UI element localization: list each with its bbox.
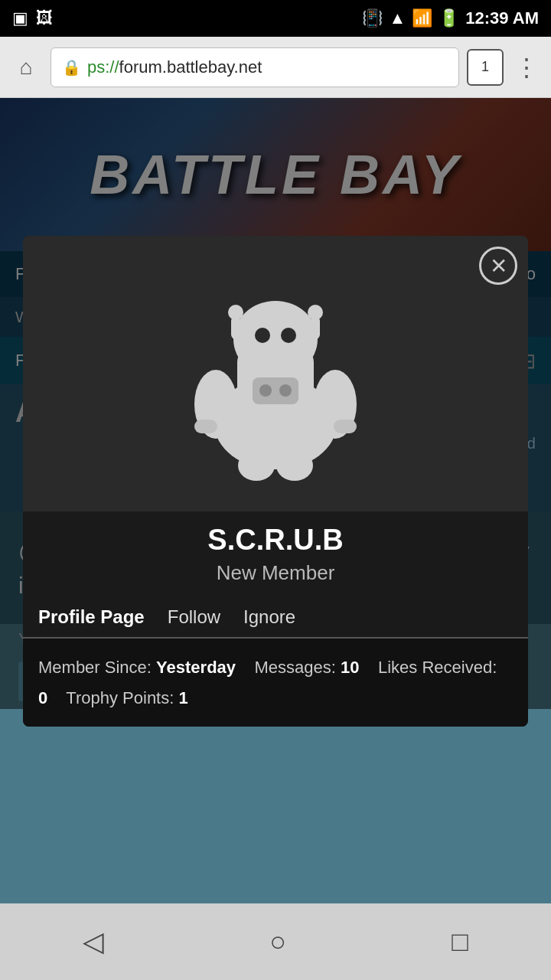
svg-point-17 <box>279 384 292 397</box>
svg-point-4 <box>281 328 296 343</box>
status-bar: ▣ 🖼 📳 ▲ 📶 🔋 12:39 AM <box>0 0 551 37</box>
profile-tabs: Profile Page Follow Ignore <box>23 597 528 639</box>
image-icon: 🖼 <box>36 8 53 28</box>
status-icons-left: ▣ 🖼 <box>12 8 53 28</box>
close-button[interactable]: ✕ <box>479 247 517 285</box>
back-icon: ◁ <box>83 926 104 958</box>
svg-point-3 <box>255 328 270 343</box>
url-text: ps://forum.battlebay.net <box>87 57 262 77</box>
signal-icon: 📶 <box>412 8 432 28</box>
svg-rect-15 <box>253 377 298 404</box>
svg-point-13 <box>238 450 275 481</box>
profile-role: New Member <box>23 561 528 597</box>
svg-rect-11 <box>194 420 217 433</box>
member-since-label: Member Since: <box>38 658 152 677</box>
clock: 12:39 AM <box>465 8 539 28</box>
tab-count: 1 <box>481 59 489 75</box>
profile-username: S.C.R.U.B <box>23 511 528 561</box>
svg-rect-12 <box>334 420 357 433</box>
tab-ignore[interactable]: Ignore <box>243 597 295 637</box>
wifi-icon: ▲ <box>389 8 406 28</box>
back-button[interactable]: ◁ <box>83 926 104 958</box>
member-since-row: Member Since: Yesterday Messages: 10 Lik… <box>38 652 513 683</box>
svg-point-2 <box>233 301 318 377</box>
trophy-label: Trophy Points: <box>66 688 174 707</box>
page-background: BATTLE BAY Forums Joey who Watched Th...… <box>0 98 551 709</box>
vibrate-icon: 📳 <box>362 8 383 28</box>
recents-button[interactable]: □ <box>452 926 468 958</box>
messages-value: 10 <box>341 658 359 677</box>
url-bar[interactable]: 🔒 ps://forum.battlebay.net <box>51 47 459 87</box>
tab-button[interactable]: 1 <box>467 49 504 86</box>
member-since-value: Yesterday <box>156 658 236 677</box>
close-icon: ✕ <box>490 253 507 279</box>
trophy-value: 1 <box>178 688 187 707</box>
home-nav-icon: ○ <box>269 926 286 958</box>
trophy-row: 0 Trophy Points: 1 <box>38 683 513 714</box>
avatar <box>168 259 383 496</box>
home-button[interactable]: ⌂ <box>9 51 43 84</box>
profile-stats: Member Since: Yesterday Messages: 10 Lik… <box>23 639 528 727</box>
svg-point-14 <box>276 450 313 481</box>
cassette-icon: ▣ <box>12 8 28 28</box>
svg-point-8 <box>308 305 323 320</box>
avatar-section: ✕ <box>23 236 528 511</box>
tab-follow[interactable]: Follow <box>168 597 220 637</box>
likes-value: 0 <box>38 688 47 707</box>
url-protocol: ps:// <box>87 57 119 77</box>
recents-icon: □ <box>452 926 468 958</box>
battery-icon: 🔋 <box>439 8 459 28</box>
browser-bar: ⌂ 🔒 ps://forum.battlebay.net 1 ⋮ <box>0 37 551 98</box>
url-domain: forum.battlebay.net <box>119 57 262 77</box>
svg-point-16 <box>259 384 272 397</box>
nav-bar: ◁ ○ □ <box>0 903 551 980</box>
profile-popup: ✕ <box>23 236 528 727</box>
status-icons-right: 📳 ▲ 📶 🔋 12:39 AM <box>362 8 539 28</box>
browser-menu-button[interactable]: ⋮ <box>511 53 542 82</box>
lock-icon: 🔒 <box>62 58 81 77</box>
svg-point-6 <box>228 305 243 320</box>
home-nav-button[interactable]: ○ <box>269 926 286 958</box>
home-icon: ⌂ <box>20 55 33 80</box>
avatar-image <box>184 270 367 485</box>
messages-label: Messages: <box>255 658 336 677</box>
tab-profile-page[interactable]: Profile Page <box>38 597 145 637</box>
likes-label: Likes Received: <box>378 658 497 677</box>
